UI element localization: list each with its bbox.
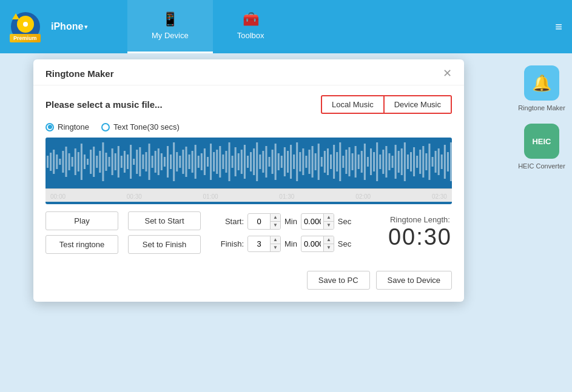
finish-min-up[interactable]: ▲ (271, 236, 280, 244)
finish-sec-arrows: ▲ ▼ (323, 236, 334, 251)
start-min-up[interactable]: ▲ (271, 214, 280, 222)
svg-rect-44 (167, 146, 169, 178)
set-to-finish-button[interactable]: Set to Finish (128, 235, 201, 254)
start-sec-arrows: ▲ ▼ (323, 214, 334, 229)
modal-header: Ringtone Maker ✕ (33, 59, 464, 85)
modal-close-button[interactable]: ✕ (443, 68, 452, 79)
svg-rect-48 (179, 156, 181, 168)
finish-sec-input[interactable] (301, 237, 323, 251)
svg-rect-46 (173, 142, 175, 181)
svg-rect-54 (198, 156, 200, 168)
svg-rect-95 (324, 151, 326, 173)
start-sec-spinner[interactable]: ▲ ▼ (301, 213, 334, 230)
ringtone-length-value: 00:30 (388, 224, 452, 250)
svg-rect-104 (352, 153, 354, 170)
finish-min-spinner[interactable]: ▲ ▼ (247, 236, 281, 252)
start-min-spinner[interactable]: ▲ ▼ (247, 213, 281, 230)
svg-rect-88 (302, 148, 304, 175)
play-button[interactable]: Play (45, 211, 118, 230)
start-min-input[interactable] (248, 214, 270, 228)
svg-rect-69 (244, 145, 246, 179)
svg-rect-115 (385, 146, 387, 178)
sidebar-tool-ringtone-maker[interactable]: 🔔 Ringtone Maker (518, 65, 565, 111)
svg-rect-45 (170, 154, 172, 169)
svg-rect-31 (127, 154, 129, 169)
svg-rect-123 (410, 152, 412, 171)
svg-rect-80 (278, 153, 280, 170)
save-to-device-button[interactable]: Save to Device (376, 271, 452, 290)
start-min-label: Min (284, 217, 297, 226)
tab-my-device[interactable]: 📱 My Device (127, 0, 213, 53)
radio-ringtone-indicator (45, 123, 54, 131)
svg-rect-53 (195, 145, 197, 179)
radio-text-tone[interactable]: Text Tone(30 secs) (101, 122, 180, 131)
svg-rect-96 (327, 148, 329, 175)
save-to-pc-button[interactable]: Save to PC (307, 271, 370, 290)
radio-ringtone[interactable]: Ringtone (45, 122, 89, 131)
finish-sec-up[interactable]: ▲ (324, 236, 334, 244)
tab-toolbox[interactable]: 🧰 Toolbox (213, 0, 289, 53)
start-sec-up[interactable]: ▲ (324, 214, 334, 222)
svg-rect-40 (155, 151, 156, 173)
ringtone-length-label: Ringtone Length: (388, 215, 452, 224)
svg-rect-100 (339, 142, 341, 181)
svg-rect-21 (96, 156, 98, 168)
svg-rect-58 (210, 144, 212, 180)
svg-rect-22 (99, 151, 101, 173)
svg-rect-5 (47, 156, 49, 168)
svg-rect-73 (256, 142, 258, 181)
svg-rect-59 (213, 152, 215, 171)
start-sec-input[interactable] (301, 214, 323, 228)
svg-rect-8 (56, 154, 58, 169)
svg-rect-70 (247, 156, 249, 168)
svg-rect-19 (90, 150, 92, 174)
start-sec-down[interactable]: ▼ (324, 222, 334, 229)
tab-my-device-label: My Device (152, 31, 189, 40)
svg-rect-51 (189, 154, 190, 169)
svg-rect-17 (84, 154, 86, 169)
svg-rect-75 (262, 151, 264, 173)
timeline-mark-4: 02:00 (355, 193, 371, 200)
finish-sec-spinner[interactable]: ▲ ▼ (301, 236, 334, 252)
svg-rect-91 (312, 146, 314, 178)
sidebar-tool-heic-converter[interactable]: HEIC HEIC Converter (518, 124, 565, 170)
nav-tabs: 📱 My Device 🧰 Toolbox (127, 0, 289, 53)
test-ringtone-button[interactable]: Test ringtone (45, 235, 118, 254)
local-music-button[interactable]: Local Music (321, 95, 385, 114)
radio-ringtone-label: Ringtone (58, 122, 89, 131)
select-music-label: Please select a music file... (45, 99, 163, 110)
svg-rect-124 (413, 147, 415, 176)
svg-rect-32 (130, 145, 132, 179)
ringtone-length-display: Ringtone Length: 00:30 (388, 215, 452, 250)
svg-rect-97 (330, 154, 332, 169)
heic-converter-label: HEIC Converter (518, 162, 565, 170)
svg-rect-90 (308, 150, 310, 174)
svg-rect-119 (398, 151, 400, 173)
svg-rect-41 (158, 148, 160, 175)
set-to-start-button[interactable]: Set to Start (128, 211, 201, 230)
svg-rect-101 (342, 156, 344, 168)
device-music-button[interactable]: Device Music (385, 95, 452, 114)
start-sec-label: Sec (338, 217, 351, 226)
svg-rect-128 (425, 153, 427, 170)
svg-rect-34 (136, 150, 138, 174)
radio-text-tone-indicator (101, 123, 110, 131)
hamburger-menu[interactable]: ≡ (555, 20, 562, 34)
svg-rect-98 (333, 145, 335, 179)
finish-min-down[interactable]: ▼ (271, 244, 280, 251)
finish-min-input[interactable] (248, 237, 270, 251)
app-logo: Premium (10, 11, 41, 42)
svg-rect-114 (382, 150, 384, 174)
svg-rect-76 (265, 146, 267, 178)
start-min-arrows: ▲ ▼ (270, 214, 280, 229)
timeline-mark-5: 02:30 (432, 193, 447, 200)
svg-rect-18 (87, 159, 89, 165)
start-min-down[interactable]: ▼ (271, 222, 280, 229)
svg-rect-127 (422, 146, 424, 178)
finish-sec-down[interactable]: ▼ (324, 244, 334, 251)
svg-rect-30 (124, 151, 126, 173)
brand-dropdown-icon[interactable]: ▾ (84, 23, 88, 31)
svg-rect-129 (428, 144, 430, 180)
svg-rect-52 (192, 151, 193, 173)
premium-badge: Premium (10, 34, 41, 42)
